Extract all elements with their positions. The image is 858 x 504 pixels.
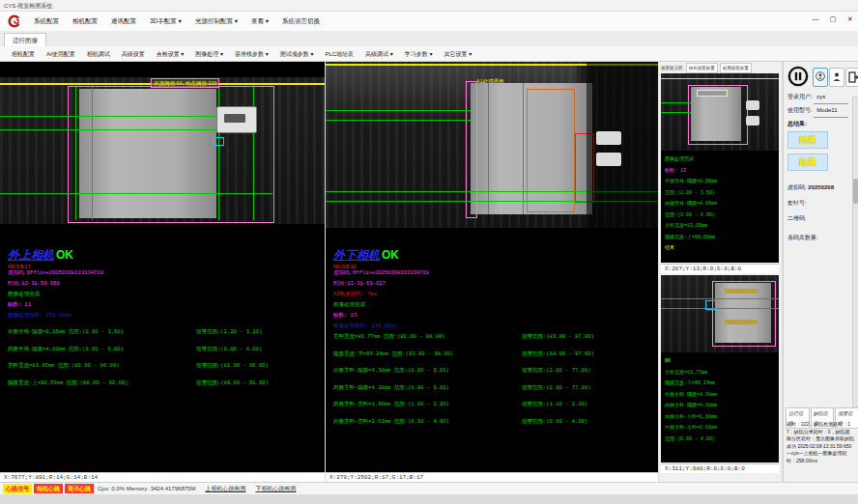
menu-items: 系统配置相机配置通讯配置3D手配置 ▾光源控制配置 ▾查看 ▾系统语言切换 [27, 12, 327, 31]
measurement-value: 隔膜宽度-下=95.24mm 范围:(93.00 - 98.00) [333, 350, 522, 368]
measure-hline [0, 116, 218, 117]
preview-text-block: OK主料宽度=83.77mm隔膜宽度-下=95.24mm外侧主料-隔膜=4.38… [665, 356, 717, 445]
menu-item[interactable]: 系统语言切换 [275, 12, 327, 31]
tiny-overlay-strip [725, 320, 758, 324]
connector-slot [224, 114, 245, 123]
left-cursor-coords: X:7677;Y:891;R:14;G:14;B:14 [0, 472, 325, 482]
toolbar-item[interactable]: 学习参数 ▾ [399, 46, 439, 62]
scrollbar-thumb[interactable] [853, 179, 858, 204]
menu-item[interactable]: 3D手配置 ▾ [143, 12, 188, 31]
virtual-code-row: 虚拟码: 20250208 [787, 182, 834, 194]
measurement-row: 外侧主料-隔膜=4.38mm 范围:(0.00 - 9.00) 报警范围:(2.… [333, 367, 656, 384]
right-panel-scrollbar[interactable] [852, 97, 858, 407]
toolbar-item[interactable]: 相机调试 [81, 46, 116, 62]
measurement-value: 外侧至线-隔膜=2.95mm 范围:(2.00 - 3.50) [8, 328, 196, 346]
upper-camera-heartbeat-link[interactable]: 上相机心跳检测 [205, 485, 245, 493]
threshold-overlay-text: 灰度阈值:93, 动态阈值:100 [151, 78, 219, 88]
measurement-alarm-range: 报警范围:(2.00 - 77.00) [522, 384, 591, 402]
preview-line: OK [665, 356, 717, 368]
total-result-label: 总结果: [787, 118, 807, 130]
measurement-alarm-range: 报警范围:(89.00 - 91.00) [196, 379, 269, 397]
measurement-row: 隔膜宽度-上=90.56mm 范围:(88.00 - 92.00) 报警范围:(… [8, 379, 323, 397]
measurement-row: 隔膜宽度-下=95.24mm 范围:(93.00 - 98.00) 报警范围:(… [333, 350, 656, 368]
measurement-row: 内侧主料-隔膜=4.38mm 范围:(0.00 - 9.00) 报警范围:(2.… [333, 384, 656, 402]
toolbar-item[interactable]: PLC地址表 [319, 46, 359, 62]
connector-part [746, 100, 759, 110]
toolbar-item[interactable]: 其它设置 ▾ [438, 46, 477, 62]
exit-button[interactable] [845, 68, 858, 87]
menu-item[interactable]: 查看 ▾ [244, 12, 275, 31]
user-button[interactable] [829, 68, 844, 87]
preview-line: 隔膜宽度-上=90.56mm [665, 233, 717, 244]
measurement-alarm-range: 报警范围:(1.10 - 2.10) [522, 401, 587, 418]
preview-panel-top[interactable]: 图像处理完成帧数: 13外侧至线-隔膜=2.95mm范围:(2.00 - 3.5… [661, 73, 779, 263]
login-user-value[interactable]: cys [814, 91, 848, 104]
dark-zone [586, 62, 658, 228]
toolbar-item[interactable]: 高级设置 [116, 46, 151, 62]
menu-item[interactable]: 通讯配置 [104, 12, 143, 31]
login-user-label: 登录用户: [787, 94, 813, 99]
measure-hline [0, 193, 272, 194]
maximize-button[interactable]: ▢ [827, 14, 839, 25]
left-camera-image[interactable]: 灰度阈值:93, 动态阈值:100 [0, 77, 325, 224]
measurement-value: 外侧主料-隔膜=4.38mm 范围:(0.00 - 9.00) [333, 367, 522, 384]
preview-tab-idle[interactable]: 待机画面质量 [686, 63, 718, 73]
user-circle-icon [815, 71, 825, 83]
measure-vline [488, 83, 489, 214]
barcode-count-label: 条码库数量: [787, 235, 818, 240]
preview-line: 主料宽度=83.77mm [665, 368, 717, 379]
toolbar-item[interactable]: 测试项参数 ▾ [274, 46, 320, 62]
middle-camera-panel[interactable]: A1处理画面 外下相机OK NG:0,B:10 虚拟码:Offline20250… [326, 62, 658, 472]
toolbar-item[interactable]: 相机配置 [6, 46, 41, 62]
preview-line: 内侧主料-隔膜=4.38mm [665, 401, 717, 412]
preview-top-coords: X:267;Y:13;R:0;G:0;B:0 [661, 264, 779, 273]
measurement-alarm-range: 报警范围:(2.00 - 77.00) [522, 367, 591, 384]
measurement-row: 主料宽度=83.77mm 范围:(82.00 - 88.00) 报警范围:(83… [333, 333, 656, 350]
toolbar-item[interactable]: 基准线参数 ▾ [229, 46, 274, 62]
close-button[interactable]: ✕ [844, 14, 856, 25]
virtual-code-label: 虚拟码: [787, 184, 807, 190]
connector-part [596, 153, 621, 166]
toolbar-item[interactable]: 点检设置 ▾ [151, 46, 190, 62]
connector-part [746, 116, 759, 126]
preview-image [661, 275, 779, 352]
menu-item[interactable]: 系统配置 [27, 12, 66, 31]
model-value[interactable]: Mode11 [814, 104, 848, 118]
status-badges: 心跳信号相机心跳通讯心跳 [3, 484, 94, 493]
toolbar-item[interactable]: AI使用配置 [41, 46, 81, 62]
result-box-top: 结果 [787, 131, 828, 149]
preview-line: 范围:(0.60 - 4.00) [665, 434, 717, 446]
preview-line: 内侧至线-隔膜=4.60mm [665, 199, 717, 210]
preview-line: 内侧主料-主料=1.90mm [665, 412, 717, 424]
left-camera-panel[interactable]: 灰度阈值:93, 动态阈值:100 外上相机OK NG:0,B:17 虚拟码:O… [0, 62, 325, 472]
measurement-value: 主料宽度=83.05mm 范围:(80.00 - 86.00) [8, 362, 196, 379]
pause-button[interactable] [787, 66, 809, 87]
middle-measurements: 主料宽度=83.77mm 范围:(82.00 - 88.00) 报警范围:(83… [333, 333, 656, 434]
menu-item[interactable]: 相机配置 [66, 12, 104, 31]
preview-line: 外侧主料-主料=2.61mm [665, 423, 717, 434]
menu-item[interactable]: 光源控制配置 ▾ [188, 12, 244, 31]
window-controls: — ▢ ✕ [810, 14, 856, 25]
measurement-value: 内侧主料-隔膜=4.38mm 范围:(0.00 - 9.00) [333, 384, 522, 402]
run-log-text[interactable]: 耗时：222，缺陷检测耗时：17，缺陷分类耗时：0，缺陷视频分区耗时：显示图像抓… [786, 421, 854, 477]
info-line: 图像处理完成 [8, 289, 103, 299]
preview-line: 结果 [665, 243, 717, 255]
preview-tab-inspect[interactable]: 检测画面质量 [720, 63, 752, 73]
middle-camera-image[interactable]: A1处理画面 [326, 62, 658, 228]
preview-panel-bottom[interactable]: OK主料宽度=83.77mm隔膜宽度-下=95.24mm外侧主料-隔膜=4.38… [661, 275, 779, 462]
switch-user-button[interactable] [813, 68, 828, 87]
toolbar-item[interactable]: 图像处理 ▾ [189, 46, 229, 62]
info-line: 图像处理耗时: 258.00ms [8, 310, 103, 321]
measure-hline [0, 129, 218, 130]
tiny-overlay-strip [698, 91, 727, 96]
minimize-button[interactable]: — [810, 14, 821, 25]
preview-line: 图像处理完成 [665, 154, 717, 166]
measurement-value: 主料宽度=83.77mm 范围:(82.00 - 88.00) [333, 333, 522, 350]
measurement-row: 外侧至线-隔膜=2.95mm 范围:(2.00 - 3.50) 报警范围:(2.… [8, 328, 323, 346]
toolbar-item[interactable]: 高级调试 ▾ [359, 46, 399, 62]
config-toolbar: 相机配置AI使用配置相机调试高级设置点检设置 ▾图像处理 ▾基准线参数 ▾测试项… [0, 46, 858, 62]
measurement-value: 隔膜宽度-上=90.56mm 范围:(88.00 - 92.00) [8, 379, 196, 397]
tiny-overlay-strip [725, 289, 758, 294]
info-line: 帧数: 13 [333, 310, 429, 321]
lower-camera-heartbeat-link[interactable]: 下相机心跳检测 [255, 485, 296, 493]
